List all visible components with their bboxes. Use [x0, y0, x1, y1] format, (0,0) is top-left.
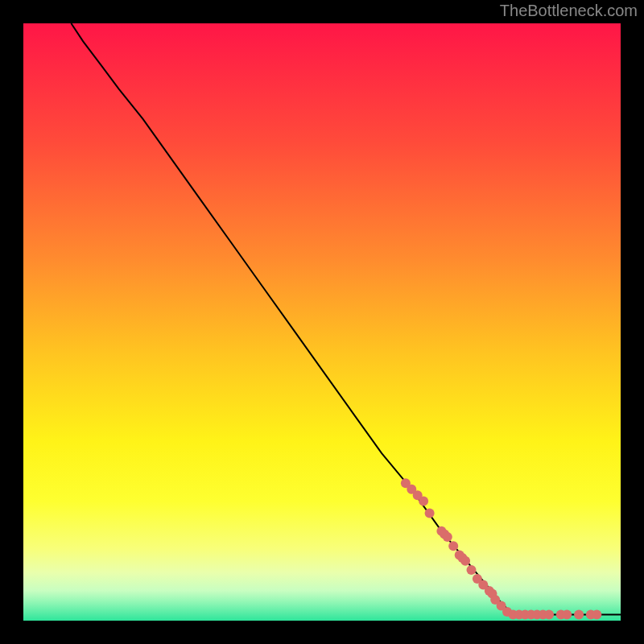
data-marker — [544, 610, 554, 620]
data-marker — [460, 556, 470, 566]
gradient-background — [23, 23, 621, 621]
data-marker — [562, 610, 572, 620]
chart-container: TheBottleneck.com — [0, 0, 644, 644]
chart-svg — [23, 23, 621, 621]
watermark-text: TheBottleneck.com — [500, 2, 638, 20]
data-marker — [467, 565, 477, 575]
data-marker — [574, 610, 584, 620]
data-marker — [448, 541, 458, 551]
data-marker — [419, 497, 428, 506]
data-marker — [592, 610, 601, 620]
plot-area — [23, 23, 621, 621]
data-marker — [425, 508, 435, 518]
data-marker — [443, 532, 452, 542]
